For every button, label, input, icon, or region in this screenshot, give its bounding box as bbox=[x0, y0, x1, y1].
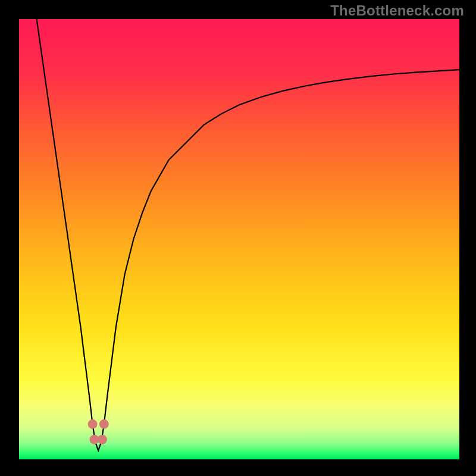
plot-area bbox=[19, 19, 459, 459]
curve-marker bbox=[88, 419, 98, 429]
chart-frame: TheBottleneck.com bbox=[0, 0, 476, 476]
watermark-text: TheBottleneck.com bbox=[330, 2, 464, 19]
chart-svg bbox=[19, 19, 459, 459]
curve-marker bbox=[99, 419, 109, 429]
curve-marker bbox=[98, 435, 107, 444]
background-gradient bbox=[19, 19, 459, 459]
